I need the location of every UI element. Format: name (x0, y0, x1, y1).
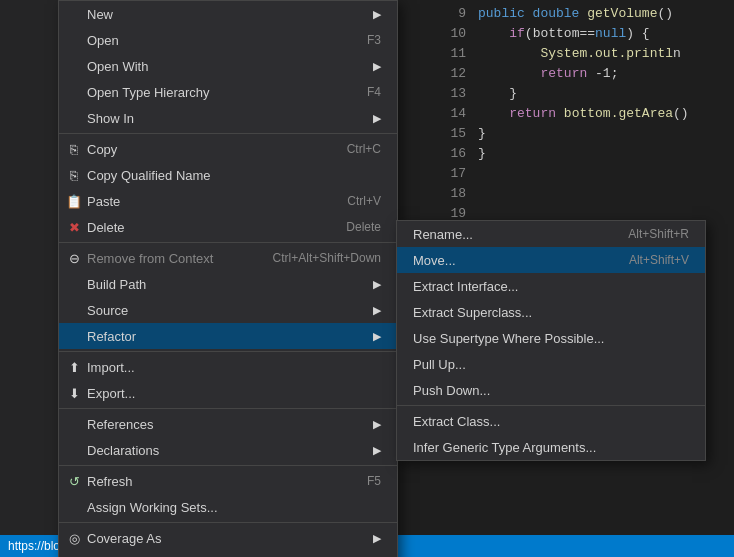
line-number: 17 (438, 164, 466, 184)
menu-label: Source (87, 303, 128, 318)
menu-label: Coverage As (87, 531, 161, 546)
menu-label: Delete (87, 220, 125, 235)
menu-item-build_path[interactable]: Build Path▶ (59, 271, 397, 297)
menu-item-run_as[interactable]: ▶Run As▶ (59, 551, 397, 557)
shortcut-label: Ctrl+C (327, 142, 381, 156)
code-line: 16} (438, 144, 726, 164)
menu-label: Declarations (87, 443, 159, 458)
shortcut-label: Delete (326, 220, 381, 234)
left-panel (0, 0, 60, 557)
submenu-arrow: ▶ (353, 444, 381, 457)
shortcut-label: Alt+Shift+R (608, 227, 689, 241)
submenu-arrow: ▶ (353, 278, 381, 291)
menu-label: Show In (87, 111, 134, 126)
refactor-label: Rename... (413, 227, 473, 242)
menu-item-new[interactable]: New▶ (59, 1, 397, 27)
line-number: 13 (438, 84, 466, 104)
submenu-arrow: ▶ (353, 304, 381, 317)
menu-label: Copy Qualified Name (87, 168, 211, 183)
menu-label: New (87, 7, 113, 22)
paste-icon: 📋 (65, 192, 83, 210)
import-icon: ⬆ (65, 358, 83, 376)
menu-item-copy_qualified[interactable]: ⎘Copy Qualified Name (59, 162, 397, 188)
refactor-item-pull_up[interactable]: Pull Up... (397, 351, 705, 377)
line-number: 14 (438, 104, 466, 124)
shortcut-label: F4 (347, 85, 381, 99)
refactor-submenu: Rename...Alt+Shift+RMove...Alt+Shift+VEx… (396, 220, 706, 461)
refactor-item-rename[interactable]: Rename...Alt+Shift+R (397, 221, 705, 247)
menu-label: Assign Working Sets... (87, 500, 218, 515)
line-number: 11 (438, 44, 466, 64)
menu-item-remove_context[interactable]: ⊖Remove from ContextCtrl+Alt+Shift+Down (59, 245, 397, 271)
code-line: 10 if(bottom==null) { (438, 24, 726, 44)
menu-label: Export... (87, 386, 135, 401)
menu-label: References (87, 417, 153, 432)
menu-separator (59, 408, 397, 409)
menu-item-coverage_as[interactable]: ◎Coverage As▶ (59, 525, 397, 551)
sub-separator (397, 405, 705, 406)
line-number: 9 (438, 4, 466, 24)
menu-label: Refactor (87, 329, 136, 344)
menu-label: Paste (87, 194, 120, 209)
refactor-item-extract_superclass[interactable]: Extract Superclass... (397, 299, 705, 325)
menu-separator (59, 351, 397, 352)
refactor-item-extract_interface[interactable]: Extract Interface... (397, 273, 705, 299)
menu-item-export[interactable]: ⬇Export... (59, 380, 397, 406)
menu-label: Open Type Hierarchy (87, 85, 210, 100)
refactor-label: Move... (413, 253, 456, 268)
menu-item-open[interactable]: OpenF3 (59, 27, 397, 53)
refactor-item-infer_generic[interactable]: Infer Generic Type Arguments... (397, 434, 705, 460)
menu-item-refresh[interactable]: ↺RefreshF5 (59, 468, 397, 494)
refactor-item-extract_class[interactable]: Extract Class... (397, 408, 705, 434)
code-line: 15} (438, 124, 726, 144)
line-number: 10 (438, 24, 466, 44)
shortcut-label: Alt+Shift+V (609, 253, 689, 267)
menu-item-import[interactable]: ⬆Import... (59, 354, 397, 380)
copy-icon: ⎘ (65, 166, 83, 184)
menu-label: Build Path (87, 277, 146, 292)
menu-item-assign_working[interactable]: Assign Working Sets... (59, 494, 397, 520)
menu-separator (59, 242, 397, 243)
shortcut-label: Ctrl+V (327, 194, 381, 208)
menu-item-paste[interactable]: 📋PasteCtrl+V (59, 188, 397, 214)
line-number: 16 (438, 144, 466, 164)
menu-item-open_type_hierarchy[interactable]: Open Type HierarchyF4 (59, 79, 397, 105)
menu-label: Open (87, 33, 119, 48)
refactor-item-push_down[interactable]: Push Down... (397, 377, 705, 403)
menu-item-source[interactable]: Source▶ (59, 297, 397, 323)
code-line: 11 System.out.println (438, 44, 726, 64)
line-number: 15 (438, 124, 466, 144)
refactor-label: Extract Interface... (413, 279, 519, 294)
line-number: 18 (438, 184, 466, 204)
shortcut-label: F3 (347, 33, 381, 47)
submenu-arrow: ▶ (353, 532, 381, 545)
submenu-arrow: ▶ (353, 418, 381, 431)
refactor-item-move[interactable]: Move...Alt+Shift+V (397, 247, 705, 273)
code-line: 18 (438, 184, 726, 204)
copy-icon: ⎘ (65, 140, 83, 158)
submenu-arrow: ▶ (353, 60, 381, 73)
refactor-label: Pull Up... (413, 357, 466, 372)
refactor-label: Push Down... (413, 383, 490, 398)
menu-separator (59, 133, 397, 134)
line-number: 12 (438, 64, 466, 84)
shortcut-label: Ctrl+Alt+Shift+Down (253, 251, 381, 265)
submenu-arrow: ▶ (353, 112, 381, 125)
menu-label: Copy (87, 142, 117, 157)
refactor-item-use_supertype[interactable]: Use Supertype Where Possible... (397, 325, 705, 351)
delete-icon: ✖ (65, 218, 83, 236)
refresh-icon: ↺ (65, 472, 83, 490)
menu-separator (59, 522, 397, 523)
menu-item-delete[interactable]: ✖DeleteDelete (59, 214, 397, 240)
menu-item-show_in[interactable]: Show In▶ (59, 105, 397, 131)
menu-item-copy[interactable]: ⎘CopyCtrl+C (59, 136, 397, 162)
refactor-label: Infer Generic Type Arguments... (413, 440, 596, 455)
code-line: 17 (438, 164, 726, 184)
context-menu-main: New▶OpenF3Open With▶Open Type HierarchyF… (58, 0, 398, 557)
menu-item-references[interactable]: References▶ (59, 411, 397, 437)
menu-item-declarations[interactable]: Declarations▶ (59, 437, 397, 463)
menu-item-open_with[interactable]: Open With▶ (59, 53, 397, 79)
code-line: 14 return bottom.getArea() (438, 104, 726, 124)
submenu-arrow: ▶ (353, 8, 381, 21)
menu-item-refactor[interactable]: Refactor▶ (59, 323, 397, 349)
